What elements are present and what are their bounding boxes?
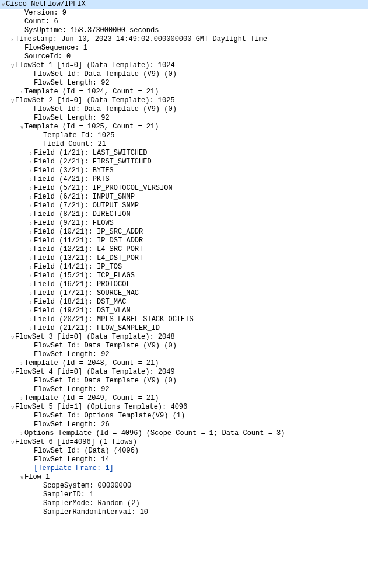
template-id: Template Id: 1025 <box>0 131 368 140</box>
tree-label: FlowSet 1 [id=0] (Data Template): 1024 <box>15 61 175 70</box>
template-field[interactable]: ›Field (8/21): DIRECTION <box>0 210 368 219</box>
expander-closed-icon[interactable]: › <box>28 210 34 219</box>
field-version: Version: 9 <box>0 9 368 18</box>
template-field[interactable]: ›Field (13/21): L4_DST_PORT <box>0 254 368 263</box>
template-field[interactable]: ›Field (9/21): FLOWS <box>0 219 368 228</box>
flow-node[interactable]: ∨Flow 1 <box>0 473 368 482</box>
template-node[interactable]: ›Template (Id = 1024, Count = 21) <box>0 88 368 96</box>
template-node[interactable]: ›Template (Id = 2049, Count = 21) <box>0 394 368 403</box>
tree-label: SourceId: 0 <box>24 53 71 61</box>
expander-closed-icon[interactable]: › <box>28 245 34 254</box>
expander-open-icon[interactable]: ∨ <box>9 403 15 412</box>
options-template-node[interactable]: ›Options Template (Id = 4096) (Scope Cou… <box>0 429 368 438</box>
template-field[interactable]: ›Field (11/21): IP_DST_ADDR <box>0 236 368 245</box>
expander-closed-icon[interactable]: › <box>28 201 34 210</box>
expander-open-icon[interactable]: ∨ <box>9 96 15 105</box>
tree-label: FlowSet Length: 26 <box>34 420 110 429</box>
field-timestamp[interactable]: ›Timestamp: Jun 10, 2023 14:49:02.000000… <box>0 35 368 44</box>
expander-closed-icon[interactable]: › <box>28 166 34 175</box>
template-field[interactable]: ›Field (6/21): INPUT_SNMP <box>0 193 368 201</box>
tree-label: Field (10/21): IP_SRC_ADDR <box>34 228 143 236</box>
template-field[interactable]: ›Field (15/21): TCP_FLAGS <box>0 272 368 280</box>
root-node[interactable]: ∨Cisco NetFlow/IPFIX <box>0 0 368 9</box>
template-field[interactable]: ›Field (21/21): FLOW_SAMPLER_ID <box>0 324 368 333</box>
template-field[interactable]: ›Field (17/21): SOURCE_MAC <box>0 289 368 298</box>
tree-label: Field (21/21): FLOW_SAMPLER_ID <box>34 324 160 333</box>
tree-label: FlowSet 4 [id=0] (Data Template): 2049 <box>15 368 175 377</box>
expander-closed-icon[interactable]: › <box>9 35 15 44</box>
expander-closed-icon[interactable]: › <box>28 289 34 298</box>
tree-label: FlowSet Length: 92 <box>34 385 110 394</box>
template-frame-link[interactable]: [Template Frame: 1] <box>34 464 114 473</box>
packet-tree: ∨Cisco NetFlow/IPFIXVersion: 9Count: 6Sy… <box>0 0 368 517</box>
flowset-6[interactable]: ∨FlowSet 6 [id=4096] (1 flows) <box>0 438 368 447</box>
flowset-id: FlowSet Id: Options Template(V9) (1) <box>0 412 368 420</box>
expander-open-icon[interactable]: ∨ <box>9 368 15 377</box>
tree-label: Field (4/21): PKTS <box>34 175 110 184</box>
expander-closed-icon[interactable]: › <box>19 429 24 438</box>
expander-closed-icon[interactable]: › <box>28 263 34 272</box>
expander-closed-icon[interactable]: › <box>19 88 24 96</box>
field-count: Count: 6 <box>0 18 368 26</box>
flowset-id: FlowSet Id: (Data) (4096) <box>0 447 368 455</box>
flowset-length: FlowSet Length: 14 <box>0 455 368 464</box>
template-field[interactable]: ›Field (20/21): MPLS_LABEL_STACK_OCTETS <box>0 315 368 324</box>
tree-label: Timestamp: Jun 10, 2023 14:49:02.0000000… <box>15 35 267 44</box>
flowset-1[interactable]: ∨FlowSet 1 [id=0] (Data Template): 1024 <box>0 61 368 70</box>
tree-label: Field (8/21): DIRECTION <box>34 210 131 219</box>
expander-closed-icon[interactable]: › <box>28 149 34 158</box>
tree-label: Template Id: 1025 <box>43 131 114 140</box>
expander-closed-icon[interactable]: › <box>28 315 34 324</box>
expander-closed-icon[interactable]: › <box>28 175 34 184</box>
template-field[interactable]: ›Field (18/21): DST_MAC <box>0 298 368 307</box>
template-node[interactable]: ›Template (Id = 2048, Count = 21) <box>0 359 368 368</box>
template-field[interactable]: ›Field (1/21): LAST_SWITCHED <box>0 149 368 158</box>
expander-closed-icon[interactable]: › <box>28 254 34 263</box>
expander-closed-icon[interactable]: › <box>28 228 34 236</box>
tree-label: SamplerRandomInterval: 10 <box>43 508 148 517</box>
template-field[interactable]: ›Field (16/21): PROTOCOL <box>0 280 368 289</box>
template-field[interactable]: ›Field (14/21): IP_TOS <box>0 263 368 272</box>
expander-closed-icon[interactable]: › <box>28 184 34 193</box>
expander-closed-icon[interactable]: › <box>19 394 24 403</box>
tree-label: SamplerMode: Random (2) <box>43 499 140 508</box>
tree-label: FlowSet 6 [id=4096] (1 flows) <box>15 438 137 447</box>
tree-label: Field (16/21): PROTOCOL <box>34 280 131 289</box>
template-field[interactable]: ›Field (19/21): DST_VLAN <box>0 307 368 315</box>
template-field[interactable]: ›Field (3/21): BYTES <box>0 166 368 175</box>
expander-open-icon[interactable]: ∨ <box>9 438 15 447</box>
template-field[interactable]: ›Field (12/21): L4_SRC_PORT <box>0 245 368 254</box>
template-node[interactable]: ∨Template (Id = 1025, Count = 21) <box>0 123 368 131</box>
template-field[interactable]: ›Field (10/21): IP_SRC_ADDR <box>0 228 368 236</box>
flowset-length: FlowSet Length: 92 <box>0 385 368 394</box>
template-frame-link[interactable]: [Template Frame: 1] <box>0 464 368 473</box>
expander-closed-icon[interactable]: › <box>28 272 34 280</box>
flowset-2[interactable]: ∨FlowSet 2 [id=0] (Data Template): 1025 <box>0 96 368 105</box>
flowset-3[interactable]: ∨FlowSet 3 [id=0] (Data Template): 2048 <box>0 333 368 342</box>
expander-closed-icon[interactable]: › <box>28 193 34 201</box>
template-field[interactable]: ›Field (2/21): FIRST_SWITCHED <box>0 158 368 166</box>
expander-open-icon[interactable]: ∨ <box>19 123 24 131</box>
template-field[interactable]: ›Field (4/21): PKTS <box>0 175 368 184</box>
template-field[interactable]: ›Field (7/21): OUTPUT_SNMP <box>0 201 368 210</box>
flow-samplermode: SamplerMode: Random (2) <box>0 499 368 508</box>
expander-open-icon[interactable]: ∨ <box>19 473 24 482</box>
expander-closed-icon[interactable]: › <box>28 219 34 228</box>
expander-closed-icon[interactable]: › <box>28 236 34 245</box>
expander-closed-icon[interactable]: › <box>28 158 34 166</box>
expander-closed-icon[interactable]: › <box>19 359 24 368</box>
expander-open-icon[interactable]: ∨ <box>9 333 15 342</box>
tree-label: SamplerID: 1 <box>43 490 93 499</box>
expander-closed-icon[interactable]: › <box>28 307 34 315</box>
expander-closed-icon[interactable]: › <box>28 280 34 289</box>
tree-label: FlowSet Id: Data Template (V9) (0) <box>34 377 177 385</box>
expander-closed-icon[interactable]: › <box>28 324 34 333</box>
tree-label: FlowSet Length: 92 <box>34 350 110 359</box>
flowset-5[interactable]: ∨FlowSet 5 [id=1] (Options Template): 40… <box>0 403 368 412</box>
tree-label: FlowSet Length: 92 <box>34 114 110 123</box>
expander-open-icon[interactable]: ∨ <box>0 0 6 9</box>
expander-closed-icon[interactable]: › <box>28 298 34 307</box>
flowset-4[interactable]: ∨FlowSet 4 [id=0] (Data Template): 2049 <box>0 368 368 377</box>
template-field[interactable]: ›Field (5/21): IP_PROTOCOL_VERSION <box>0 184 368 193</box>
expander-open-icon[interactable]: ∨ <box>9 61 15 70</box>
